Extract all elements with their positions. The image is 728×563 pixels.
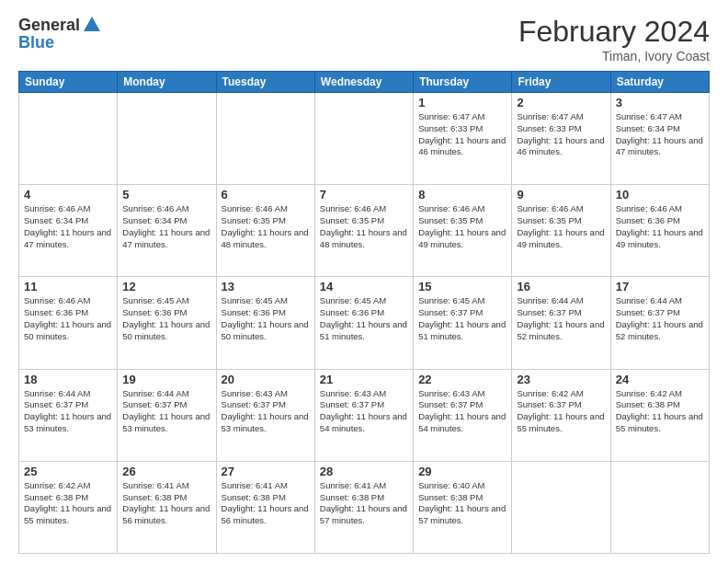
cell-info: Sunrise: 6:46 AM Sunset: 6:35 PM Dayligh… (222, 203, 310, 250)
month-year: February 2024 (518, 15, 710, 49)
calendar-cell: 20Sunrise: 6:43 AM Sunset: 6:37 PM Dayli… (216, 369, 314, 461)
calendar-row: 25Sunrise: 6:42 AM Sunset: 6:38 PM Dayli… (19, 461, 710, 553)
cell-info: Sunrise: 6:46 AM Sunset: 6:35 PM Dayligh… (320, 203, 408, 250)
day-number: 4 (24, 188, 112, 201)
calendar-cell: 2Sunrise: 6:47 AM Sunset: 6:33 PM Daylig… (512, 93, 610, 185)
calendar-cell: 11Sunrise: 6:46 AM Sunset: 6:36 PM Dayli… (19, 277, 118, 369)
calendar-cell (314, 93, 413, 185)
cell-info: Sunrise: 6:46 AM Sunset: 6:34 PM Dayligh… (24, 203, 112, 250)
day-number: 25 (24, 465, 112, 478)
calendar-cell: 24Sunrise: 6:42 AM Sunset: 6:38 PM Dayli… (610, 369, 709, 461)
col-saturday: Saturday (610, 72, 709, 93)
page: General Blue February 2024 Timan, Ivory … (0, 0, 728, 563)
day-number: 1 (418, 96, 506, 109)
calendar-cell: 7Sunrise: 6:46 AM Sunset: 6:35 PM Daylig… (314, 185, 413, 277)
location: Timan, Ivory Coast (518, 49, 710, 63)
cell-info: Sunrise: 6:41 AM Sunset: 6:38 PM Dayligh… (122, 480, 210, 527)
calendar-cell: 15Sunrise: 6:45 AM Sunset: 6:37 PM Dayli… (414, 277, 512, 369)
cell-info: Sunrise: 6:43 AM Sunset: 6:37 PM Dayligh… (418, 388, 506, 435)
logo-blue-text: Blue (18, 33, 54, 52)
calendar-cell: 22Sunrise: 6:43 AM Sunset: 6:37 PM Dayli… (414, 369, 512, 461)
cell-info: Sunrise: 6:47 AM Sunset: 6:33 PM Dayligh… (517, 111, 605, 158)
calendar-row: 11Sunrise: 6:46 AM Sunset: 6:36 PM Dayli… (19, 277, 710, 369)
cell-info: Sunrise: 6:47 AM Sunset: 6:34 PM Dayligh… (616, 111, 704, 158)
col-sunday: Sunday (19, 72, 118, 93)
calendar-cell: 14Sunrise: 6:45 AM Sunset: 6:36 PM Dayli… (314, 277, 413, 369)
header: General Blue February 2024 Timan, Ivory … (18, 15, 710, 63)
calendar-cell: 25Sunrise: 6:42 AM Sunset: 6:38 PM Dayli… (19, 461, 118, 553)
day-number: 16 (517, 280, 605, 293)
calendar-cell: 16Sunrise: 6:44 AM Sunset: 6:37 PM Dayli… (512, 277, 610, 369)
calendar-cell (118, 93, 216, 185)
day-number: 17 (616, 280, 704, 293)
cell-info: Sunrise: 6:46 AM Sunset: 6:34 PM Dayligh… (122, 203, 210, 250)
calendar-cell: 8Sunrise: 6:46 AM Sunset: 6:35 PM Daylig… (414, 185, 512, 277)
calendar-cell (512, 461, 610, 553)
day-number: 20 (222, 373, 310, 386)
day-number: 12 (122, 280, 210, 293)
cell-info: Sunrise: 6:46 AM Sunset: 6:36 PM Dayligh… (24, 295, 112, 342)
cell-info: Sunrise: 6:42 AM Sunset: 6:38 PM Dayligh… (616, 388, 704, 435)
day-number: 21 (320, 373, 408, 386)
cell-info: Sunrise: 6:46 AM Sunset: 6:35 PM Dayligh… (418, 203, 506, 250)
calendar-cell: 3Sunrise: 6:47 AM Sunset: 6:34 PM Daylig… (610, 93, 709, 185)
calendar-cell (610, 461, 709, 553)
calendar-cell: 4Sunrise: 6:46 AM Sunset: 6:34 PM Daylig… (19, 185, 118, 277)
cell-info: Sunrise: 6:44 AM Sunset: 6:37 PM Dayligh… (122, 388, 210, 435)
cell-info: Sunrise: 6:41 AM Sunset: 6:38 PM Dayligh… (222, 480, 310, 527)
calendar-cell: 17Sunrise: 6:44 AM Sunset: 6:37 PM Dayli… (610, 277, 709, 369)
day-number: 8 (418, 188, 506, 201)
calendar-row: 4Sunrise: 6:46 AM Sunset: 6:34 PM Daylig… (19, 185, 710, 277)
col-thursday: Thursday (414, 72, 512, 93)
day-number: 9 (517, 188, 605, 201)
calendar-header-row: Sunday Monday Tuesday Wednesday Thursday… (19, 72, 710, 93)
day-number: 10 (616, 188, 704, 201)
day-number: 5 (122, 188, 210, 201)
day-number: 26 (122, 465, 210, 478)
logo-icon (82, 15, 102, 35)
day-number: 29 (418, 465, 506, 478)
cell-info: Sunrise: 6:46 AM Sunset: 6:36 PM Dayligh… (616, 203, 704, 250)
cell-info: Sunrise: 6:45 AM Sunset: 6:36 PM Dayligh… (320, 295, 408, 342)
calendar-cell: 9Sunrise: 6:46 AM Sunset: 6:35 PM Daylig… (512, 185, 610, 277)
calendar-cell: 18Sunrise: 6:44 AM Sunset: 6:37 PM Dayli… (19, 369, 118, 461)
calendar-cell: 23Sunrise: 6:42 AM Sunset: 6:37 PM Dayli… (512, 369, 610, 461)
cell-info: Sunrise: 6:41 AM Sunset: 6:38 PM Dayligh… (320, 480, 408, 527)
calendar-cell: 1Sunrise: 6:47 AM Sunset: 6:33 PM Daylig… (414, 93, 512, 185)
calendar-cell: 13Sunrise: 6:45 AM Sunset: 6:36 PM Dayli… (216, 277, 314, 369)
day-number: 11 (24, 280, 112, 293)
day-number: 27 (222, 465, 310, 478)
col-monday: Monday (118, 72, 216, 93)
logo-general-text: General (18, 16, 80, 35)
col-wednesday: Wednesday (314, 72, 413, 93)
day-number: 3 (616, 96, 704, 109)
day-number: 2 (517, 96, 605, 109)
calendar-row: 18Sunrise: 6:44 AM Sunset: 6:37 PM Dayli… (19, 369, 710, 461)
day-number: 22 (418, 373, 506, 386)
day-number: 13 (222, 280, 310, 293)
calendar-cell: 12Sunrise: 6:45 AM Sunset: 6:36 PM Dayli… (118, 277, 216, 369)
day-number: 24 (616, 373, 704, 386)
cell-info: Sunrise: 6:45 AM Sunset: 6:36 PM Dayligh… (122, 295, 210, 342)
calendar-cell (216, 93, 314, 185)
cell-info: Sunrise: 6:44 AM Sunset: 6:37 PM Dayligh… (517, 295, 605, 342)
calendar-cell: 10Sunrise: 6:46 AM Sunset: 6:36 PM Dayli… (610, 185, 709, 277)
cell-info: Sunrise: 6:44 AM Sunset: 6:37 PM Dayligh… (616, 295, 704, 342)
calendar-cell: 28Sunrise: 6:41 AM Sunset: 6:38 PM Dayli… (314, 461, 413, 553)
calendar-cell (19, 93, 118, 185)
calendar-cell: 26Sunrise: 6:41 AM Sunset: 6:38 PM Dayli… (118, 461, 216, 553)
col-friday: Friday (512, 72, 610, 93)
cell-info: Sunrise: 6:47 AM Sunset: 6:33 PM Dayligh… (418, 111, 506, 158)
cell-info: Sunrise: 6:44 AM Sunset: 6:37 PM Dayligh… (24, 388, 112, 435)
logo-line1: General (18, 15, 104, 35)
title-block: February 2024 Timan, Ivory Coast (518, 15, 710, 63)
calendar-row: 1Sunrise: 6:47 AM Sunset: 6:33 PM Daylig… (19, 93, 710, 185)
cell-info: Sunrise: 6:42 AM Sunset: 6:38 PM Dayligh… (24, 480, 112, 527)
cell-info: Sunrise: 6:43 AM Sunset: 6:37 PM Dayligh… (320, 388, 408, 435)
calendar-cell: 21Sunrise: 6:43 AM Sunset: 6:37 PM Dayli… (314, 369, 413, 461)
calendar-cell: 19Sunrise: 6:44 AM Sunset: 6:37 PM Dayli… (118, 369, 216, 461)
day-number: 18 (24, 373, 112, 386)
cell-info: Sunrise: 6:40 AM Sunset: 6:38 PM Dayligh… (418, 480, 506, 527)
svg-marker-0 (84, 17, 100, 31)
day-number: 15 (418, 280, 506, 293)
